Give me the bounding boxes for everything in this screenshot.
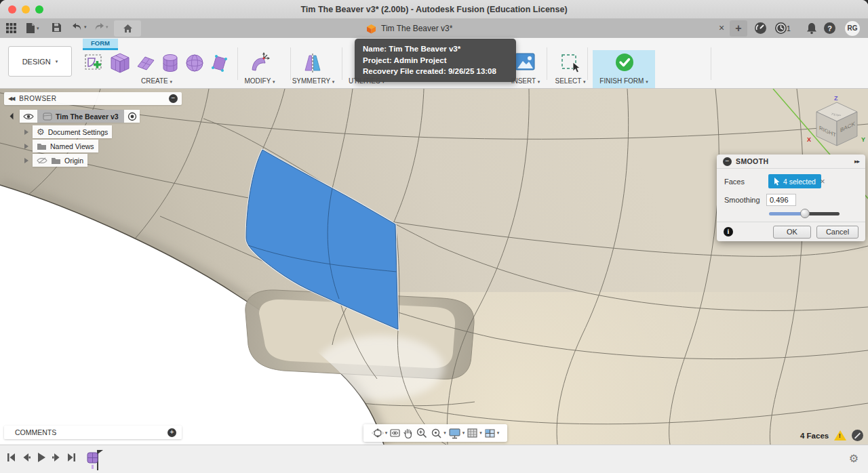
dialog-expand-icon[interactable]: ▸▸: [854, 158, 859, 165]
dialog-info-icon[interactable]: i: [724, 227, 733, 236]
create-sphere-button[interactable]: [183, 52, 206, 77]
cancel-button[interactable]: Cancel: [816, 226, 859, 239]
ok-button[interactable]: OK: [773, 226, 811, 239]
faces-selection-chip[interactable]: 4 selected: [768, 174, 821, 188]
browser-item-origin[interactable]: Origin: [24, 154, 87, 167]
smoothing-slider[interactable]: [769, 209, 840, 218]
timeline-feature-marker[interactable]: [87, 447, 107, 473]
play-button[interactable]: [37, 452, 46, 463]
redo-button[interactable]: ▾: [94, 22, 108, 32]
smooth-dialog-header[interactable]: − SMOOTH ▸▸: [717, 155, 865, 169]
user-avatar[interactable]: RG: [845, 21, 860, 36]
redo-caret-icon: ▾: [106, 24, 108, 30]
modify-group-label[interactable]: MODIFY ▾: [239, 77, 281, 85]
tooltip-name-line: Name: Tim The Beaver v3*: [363, 43, 508, 55]
grid-settings-button[interactable]: ▾: [467, 428, 482, 438]
expanded-disclosure-icon[interactable]: [10, 113, 17, 120]
home-button[interactable]: [114, 20, 141, 37]
browser-header[interactable]: ◀◀ BROWSER −: [4, 92, 182, 105]
create-group-label[interactable]: CREATE ▾: [83, 77, 231, 85]
toolbar-separator: [290, 47, 291, 80]
step-forward-button[interactable]: [52, 453, 61, 462]
warning-icon[interactable]: !: [834, 430, 846, 440]
edit-form-button[interactable]: [208, 52, 231, 77]
grid-caret-icon: ▾: [479, 430, 482, 436]
display-caret-icon: ▾: [462, 430, 465, 436]
toolbar-separator: [547, 47, 547, 80]
finish-form-button[interactable]: FINISH FORM ▾: [593, 50, 655, 88]
viewports-button[interactable]: ▾: [484, 428, 500, 438]
visibility-off-eye-icon[interactable]: [37, 157, 47, 165]
modify-form-button[interactable]: [248, 52, 271, 77]
collapsed-disclosure-icon[interactable]: [24, 129, 28, 135]
browser-root-selected[interactable]: Tim The Beaver v3: [37, 110, 124, 123]
orbit-button[interactable]: ▾: [372, 427, 388, 439]
extensions-icon[interactable]: [754, 22, 767, 37]
collapsed-disclosure-icon[interactable]: [24, 158, 28, 163]
create-cylinder-button[interactable]: [159, 52, 182, 77]
axis-x-label: X: [807, 136, 811, 143]
browser-minimize-icon[interactable]: −: [169, 94, 178, 103]
dialog-minimize-icon[interactable]: −: [723, 157, 732, 166]
svg-text:?: ?: [827, 24, 832, 33]
browser-item-label[interactable]: Document Settings: [48, 128, 108, 136]
window-title: Tim The Beaver v3* (2.00b) - Autodesk Fu…: [0, 5, 868, 14]
symmetry-button[interactable]: [301, 52, 324, 77]
navigation-bar: ▾ ▾: [363, 424, 507, 442]
select-group-label[interactable]: SELECT ▾: [551, 77, 590, 85]
insert-image-button[interactable]: [514, 52, 536, 75]
collapsed-disclosure-icon[interactable]: [24, 144, 28, 149]
collapse-panel-icon[interactable]: ◀◀: [8, 96, 14, 102]
smoothing-value-input[interactable]: [766, 194, 796, 206]
smoothing-label: Smoothing: [724, 196, 760, 204]
dialog-title: SMOOTH: [736, 157, 768, 165]
marking-menu-icon[interactable]: [852, 430, 863, 441]
browser-item-named-views[interactable]: Named Views: [24, 140, 98, 152]
create-sketch-button[interactable]: [83, 52, 106, 77]
viewport[interactable]: TOP RIGHT BACK Z X Y ◀◀ BROWSER −: [0, 89, 868, 445]
create-plane-button[interactable]: [134, 52, 157, 77]
step-back-button[interactable]: [22, 453, 31, 462]
activate-radio-icon[interactable]: [127, 112, 137, 121]
file-menu-caret-icon: ▾: [37, 26, 39, 31]
form-context-tab[interactable]: FORM: [83, 39, 118, 48]
look-at-button[interactable]: [389, 428, 401, 438]
notifications-bell-icon[interactable]: [806, 22, 818, 37]
slider-thumb[interactable]: [800, 209, 810, 218]
browser-root-label[interactable]: Tim The Beaver v3: [56, 112, 119, 121]
slider-track-empty[interactable]: [805, 212, 840, 215]
symmetry-group-label[interactable]: SYMMETRY ▾: [286, 77, 340, 85]
add-comment-icon[interactable]: +: [167, 428, 176, 437]
document-tab[interactable]: Tim The Beaver v3*: [366, 19, 452, 38]
help-icon[interactable]: ?: [823, 22, 836, 37]
fit-button[interactable]: ▾: [430, 427, 446, 439]
viewport-canvas[interactable]: [0, 89, 868, 445]
browser-item-label[interactable]: Origin: [64, 157, 83, 165]
tooltip-recovery-line: Recovery File created: 9/26/25 13:08: [363, 66, 508, 77]
save-button[interactable]: [52, 22, 62, 33]
go-to-end-button[interactable]: [67, 453, 76, 462]
visibility-eye-icon[interactable]: [23, 112, 34, 121]
create-box-button[interactable]: [108, 52, 132, 77]
browser-item-label[interactable]: Named Views: [50, 142, 94, 150]
browser-item-document-settings[interactable]: ⚙ Document Settings: [24, 125, 112, 138]
timeline-settings-gear-icon[interactable]: ⚙: [849, 452, 859, 465]
grid-menu-icon[interactable]: [5, 22, 17, 34]
clear-selection-icon[interactable]: ×: [820, 176, 825, 186]
toolbar-separator: [711, 47, 711, 80]
comments-bar[interactable]: COMMENTS +: [4, 426, 182, 439]
job-status-icon[interactable]: [774, 22, 787, 37]
select-button[interactable]: [559, 52, 583, 79]
view-cube[interactable]: TOP RIGHT BACK Z X Y: [804, 94, 868, 162]
zoom-button[interactable]: [416, 427, 428, 439]
go-to-start-button[interactable]: [7, 453, 16, 462]
close-tab-icon[interactable]: ×: [716, 22, 727, 33]
folder-icon: [51, 157, 61, 165]
undo-button[interactable]: ▾: [72, 22, 87, 32]
display-settings-button[interactable]: ▾: [448, 428, 465, 439]
pan-button[interactable]: [403, 428, 414, 439]
browser-root-row[interactable]: Tim The Beaver v3: [11, 110, 140, 123]
workspace-switcher[interactable]: DESIGN ▾: [8, 46, 72, 77]
new-tab-button[interactable]: +: [730, 20, 747, 37]
file-menu-button[interactable]: ▾: [26, 22, 39, 34]
